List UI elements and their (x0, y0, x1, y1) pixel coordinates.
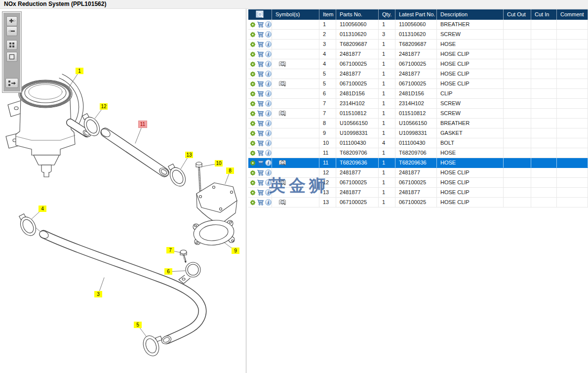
gear-icon[interactable] (250, 41, 256, 47)
diagram-callout-9[interactable]: 9 (232, 248, 239, 254)
cart-icon[interactable] (257, 90, 264, 97)
gear-icon[interactable] (250, 180, 256, 186)
gear-icon[interactable] (250, 81, 256, 87)
info-icon[interactable]: i (265, 81, 272, 87)
diagram-callout-3[interactable]: 3 (94, 291, 102, 297)
cart-icon[interactable] (257, 61, 264, 67)
cart-icon[interactable] (257, 120, 264, 126)
symbol-book-magnifier-icon[interactable] (278, 179, 287, 186)
col-header-cut-in[interactable]: Cut In (531, 9, 557, 20)
col-header-qty[interactable]: Qty. (379, 9, 395, 20)
info-icon[interactable]: i (265, 160, 272, 166)
table-row[interactable]: i 11 T68209706 1 T68209706 HOSE (248, 148, 588, 158)
cart-icon[interactable] (257, 81, 264, 87)
table-row[interactable]: i 1 110056060 1 110056060 BREATHER (248, 20, 588, 30)
gear-icon[interactable] (250, 101, 256, 107)
cart-icon[interactable] (257, 140, 264, 146)
zoom-in-button[interactable] (6, 16, 17, 26)
gear-icon[interactable] (250, 111, 256, 117)
symbol-book-magnifier-icon[interactable] (278, 199, 287, 206)
table-row[interactable]: i 13 067100025 1 067100025 HOSE CLIP (248, 198, 588, 207)
col-header-latest-part-no[interactable]: Latest Part No. (395, 9, 437, 20)
cart-icon[interactable] (257, 199, 264, 206)
table-row[interactable]: i 5 2481877 1 2481877 HOSE CLIP (248, 69, 588, 79)
cart-icon[interactable] (257, 169, 264, 176)
info-icon[interactable]: i (265, 179, 272, 186)
gear-icon[interactable] (250, 61, 256, 67)
table-row[interactable]: i 3 T68209687 1 T68209687 HOSE (248, 40, 588, 49)
table-row[interactable]: i 12 2481877 1 2481877 HOSE CLIP (248, 168, 588, 178)
diagram-callout-7[interactable]: 7 (166, 247, 174, 253)
table-row[interactable]: i 12 067100025 1 067100025 HOSE CLIP (248, 178, 588, 188)
gear-icon[interactable] (250, 200, 256, 206)
gear-icon[interactable] (250, 32, 256, 38)
cart-icon[interactable] (257, 150, 264, 156)
cart-icon[interactable] (257, 189, 264, 196)
info-icon[interactable]: i (265, 110, 272, 117)
cart-icon[interactable] (257, 21, 264, 28)
single-view-button[interactable] (6, 52, 17, 62)
info-icon[interactable]: i (265, 100, 272, 107)
diagram-callout-10[interactable]: 10 (215, 160, 223, 166)
symbol-book-magnifier-icon[interactable] (278, 110, 287, 117)
gear-icon[interactable] (250, 71, 256, 77)
gear-icon[interactable] (250, 160, 256, 166)
gear-icon[interactable] (250, 130, 256, 136)
gear-icon[interactable] (250, 150, 256, 156)
table-row[interactable]: i 8 U10566150 1 U10566150 BREATHER (248, 119, 588, 128)
info-icon[interactable]: i (265, 199, 272, 206)
diagram-callout-8[interactable]: 8 (226, 167, 234, 174)
cart-icon[interactable] (257, 110, 264, 117)
table-row[interactable]: i 10 011100430 4 011100430 BOLT (248, 138, 588, 148)
table-row[interactable]: i 13 2481877 1 2481877 HOSE CLIP (248, 188, 588, 198)
diagram-callout-4[interactable]: 4 (39, 206, 46, 212)
table-header-filter-cell[interactable] (248, 9, 272, 20)
gear-icon[interactable] (250, 22, 256, 28)
cart-icon[interactable] (257, 51, 264, 57)
table-row[interactable]: i 6 2481D156 1 2481D156 CLIP (248, 89, 588, 99)
table-row[interactable]: i 4 067100025 1 067100025 HOSE CLIP (248, 59, 588, 69)
table-row[interactable]: i 4 2481877 1 2481877 HOSE CLIP (248, 49, 588, 59)
info-icon[interactable]: i (265, 150, 272, 156)
info-icon[interactable]: i (265, 71, 272, 77)
table-row[interactable]: i 5 067100025 1 067100025 HOSE CLIP (248, 79, 588, 89)
table-row[interactable]: i 11 T68209636 1 T68209636 HOSE (248, 158, 588, 168)
cart-icon[interactable] (257, 179, 264, 186)
col-header-item[interactable]: Item (319, 9, 336, 20)
gear-icon[interactable] (250, 91, 256, 97)
col-header-symbols[interactable]: Symbol(s) (272, 9, 319, 20)
col-header-parts-no[interactable]: Parts No. (336, 9, 379, 20)
table-row[interactable]: i 7 2314H102 1 2314H102 SCREW (248, 99, 588, 109)
symbol-book-magnifier-icon[interactable] (278, 160, 287, 166)
tile-view-button[interactable] (6, 40, 17, 50)
info-icon[interactable]: i (265, 41, 272, 47)
col-header-cut-out[interactable]: Cut Out (504, 9, 531, 20)
diagram-callout-13[interactable]: 13 (185, 152, 193, 158)
info-icon[interactable]: i (265, 120, 272, 126)
toggle-parts-list-button[interactable] (5, 78, 18, 88)
info-icon[interactable]: i (265, 51, 272, 57)
cart-icon[interactable] (257, 31, 264, 38)
zoom-out-button[interactable] (6, 26, 17, 36)
diagram-callout-6[interactable]: 6 (164, 268, 172, 275)
cart-icon[interactable] (257, 160, 264, 166)
symbol-book-magnifier-icon[interactable] (278, 81, 287, 87)
info-icon[interactable]: i (265, 31, 272, 38)
info-icon[interactable]: i (265, 90, 272, 97)
col-header-comment[interactable]: Comment (557, 9, 588, 20)
gear-icon[interactable] (250, 51, 256, 57)
info-icon[interactable]: i (265, 130, 272, 136)
info-icon[interactable]: i (265, 61, 272, 67)
table-row[interactable]: i 7 011510812 1 011510812 SCREW (248, 109, 588, 119)
cart-icon[interactable] (257, 71, 264, 77)
cart-icon[interactable] (257, 41, 264, 47)
info-icon[interactable]: i (265, 140, 272, 146)
diagram-callout-5[interactable]: 5 (134, 322, 142, 328)
gear-icon[interactable] (250, 170, 256, 176)
diagram-callout-1[interactable]: 1 (76, 68, 83, 74)
gear-icon[interactable] (250, 190, 256, 196)
diagram-callout-11[interactable]: 11 (139, 121, 147, 127)
cart-icon[interactable] (257, 100, 264, 107)
diagram-callout-12[interactable]: 12 (100, 103, 108, 110)
info-icon[interactable]: i (265, 169, 272, 176)
